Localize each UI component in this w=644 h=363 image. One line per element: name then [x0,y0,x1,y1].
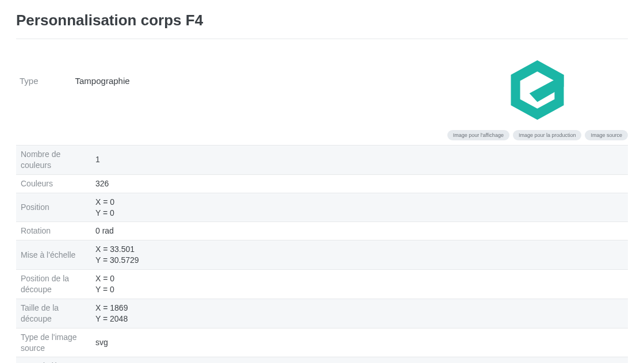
row-value: svg [91,357,628,363]
image-panel: Image pour l'affichage Image pour la pro… [447,55,628,140]
row-value: 0 rad [91,222,628,240]
row-value: X = 0Y = 0 [91,193,628,222]
table-row: Nombre de couleurs1 [16,146,628,175]
row-label: Taille de la découpe [16,299,91,328]
row-label: Type de l'image de production [16,357,91,363]
row-value-line: Y = 2048 [95,314,623,324]
row-value-line: X = 1869 [95,303,623,314]
row-value-line: Y = 0 [95,284,623,295]
pill-display-image[interactable]: Image pour l'affichage [447,130,509,140]
row-label: Rotation [16,222,91,240]
row-value-line: Y = 0 [95,208,623,219]
row-label: Mise à l'échelle [16,240,91,270]
table-row: Type de l'image sourcesvg [16,328,628,357]
logo-preview [503,55,572,124]
top-section: Type Tampographie Image pour l'affichage… [16,44,628,145]
row-label: Nombre de couleurs [16,146,91,175]
row-label: Position [16,193,91,222]
row-value: X = 33.501Y = 30.5729 [91,240,628,270]
type-value: Tampographie [75,76,130,86]
row-label: Position de la découpe [16,270,91,299]
type-label: Type [20,76,39,86]
row-value: X = 0Y = 0 [91,270,628,299]
type-row: Type Tampographie [16,55,130,106]
row-value-line: Y = 30.5729 [95,255,623,266]
image-pills: Image pour l'affichage Image pour la pro… [447,130,628,140]
table-row: Taille de la découpeX = 1869Y = 2048 [16,299,628,328]
row-value: svg [91,328,628,357]
table-row: Mise à l'échelleX = 33.501Y = 30.5729 [16,240,628,270]
row-label: Type de l'image source [16,328,91,357]
table-row: Type de l'image de productionsvg [16,357,628,363]
row-label: Couleurs [16,174,91,193]
table-row: Position de la découpeX = 0Y = 0 [16,270,628,299]
pill-source-image[interactable]: Image source [585,130,628,140]
table-row: Couleurs326 [16,174,628,193]
row-value: 326 [91,174,628,193]
row-value: X = 1869Y = 2048 [91,299,628,328]
row-value-line: X = 0 [95,273,623,284]
page-title: Personnalisation corps F4 [16,12,628,39]
pill-production-image[interactable]: Image pour la production [513,130,582,140]
logo-icon [504,57,570,123]
row-value: 1 [91,146,628,175]
row-value-line: X = 0 [95,197,623,208]
properties-table: Nombre de couleurs1Couleurs326PositionX … [16,145,628,363]
table-row: PositionX = 0Y = 0 [16,193,628,222]
row-value-line: X = 33.501 [95,244,623,255]
table-row: Rotation0 rad [16,222,628,240]
